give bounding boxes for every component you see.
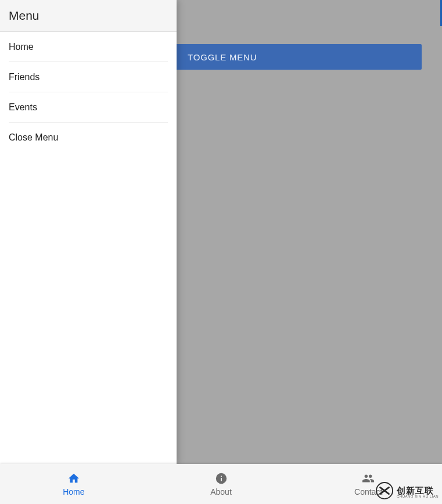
drawer-item-label: Events — [9, 102, 37, 113]
drawer-title: Menu — [0, 0, 177, 32]
drawer-item-label: Friends — [9, 72, 39, 82]
drawer-item-label: Close Menu — [9, 132, 58, 143]
drawer-title-text: Menu — [9, 9, 39, 23]
drawer-list: Home Friends Events Close Menu — [0, 32, 177, 153]
bottom-nav: Home About Contact — [0, 464, 442, 504]
drawer-item-friends[interactable]: Friends — [9, 62, 168, 92]
drawer-item-label: Home — [9, 42, 34, 52]
tab-home-label: Home — [63, 487, 84, 496]
tab-about[interactable]: About — [148, 464, 295, 504]
tab-contact[interactable]: Contact — [294, 464, 442, 504]
drawer-item-home[interactable]: Home — [9, 32, 168, 62]
tab-contact-label: Contact — [354, 487, 382, 496]
drawer-item-close-menu[interactable]: Close Menu — [9, 123, 168, 153]
people-icon — [361, 471, 375, 485]
tab-about-label: About — [210, 487, 232, 496]
home-icon — [67, 471, 81, 485]
info-icon — [214, 471, 228, 485]
tab-home[interactable]: Home — [0, 464, 148, 504]
side-drawer: Menu Home Friends Events Close Menu — [0, 0, 177, 464]
drawer-item-events[interactable]: Events — [9, 92, 168, 123]
toggle-menu-button-label: TOGGLE MENU — [188, 52, 257, 62]
